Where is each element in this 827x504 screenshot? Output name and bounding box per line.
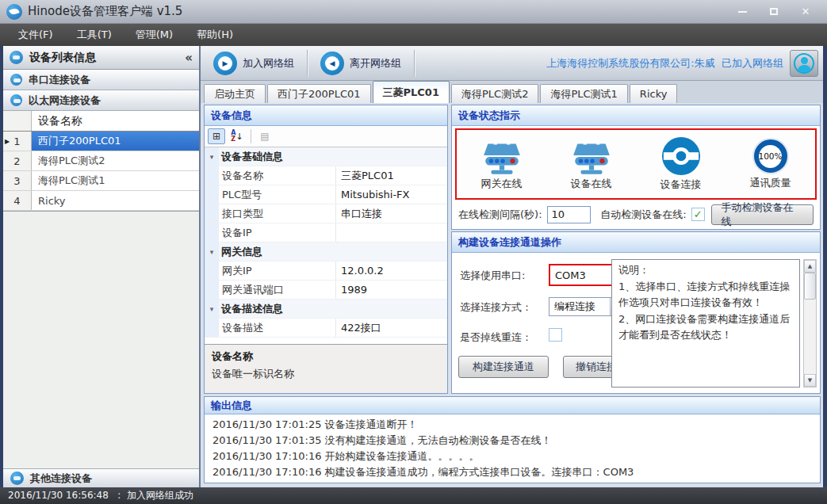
tab-home[interactable]: 启动主页 [204,84,266,103]
app-logo-icon [6,4,22,20]
online-detection-row: 在线检测间隔(秒): 10 自动检测设备在线: ✓ 手动检测设备在线 [452,200,820,229]
categorized-view-button[interactable]: ⊞ [208,128,225,144]
menubar: 文件(F) 工具(T) 管理(M) 帮助(H) [0,24,827,46]
toolbar-separator [251,129,251,143]
auto-detect-label: 自动检测设备在线: [600,208,686,222]
comm-quality-donut-icon: 100% [752,138,789,174]
sidebar-title: 设备列表信息 [29,51,96,65]
build-channel-body: 选择使用串口: COM3 ▼ 选择连接方式： 编程连接 ▼ 是否掉线重连： 构建… [452,253,820,394]
property-row[interactable]: 网关IP 12.0.0.2 [205,262,447,281]
property-pages-button: ▤ [256,128,274,144]
log-line: 2016/11/30 17:10:16 开始构建设备连接通道。。。。。 [212,449,812,464]
table-row[interactable]: ▶1 西门子200PLC01 [3,132,199,151]
property-grid-toolbar: ⊞ AZ↓ ▤ [205,126,447,147]
property-category[interactable]: ▾ 网关信息 [205,242,447,262]
manual-detect-button[interactable]: 手动检测设备在线 [711,204,814,225]
property-description-box: 设备名称 设备唯一标识名称 [205,344,447,393]
property-description-text: 设备唯一标识名称 [212,367,440,381]
tab-mitsubishi-plc01[interactable]: 三菱PLC01 [373,81,450,103]
scroll-down-icon[interactable]: ▼ [804,374,816,387]
instructions-line: 说明： [618,262,793,279]
tab-siemens200plc01[interactable]: 西门子200PLC01 [267,84,371,103]
tabbar: 启动主页 西门子200PLC01 三菱PLC01 海得PLC测试2 海得PLC测… [201,81,823,103]
log-line: 2016/11/30 17:01:35 没有构建连接通道，无法自动检测设备是否在… [212,433,812,449]
menu-file[interactable]: 文件(F) [8,25,63,45]
property-row[interactable]: 设备IP [205,223,447,242]
device-info-panel: 设备信息 ⊞ AZ↓ ▤ ▾ 设备基础信息 [204,105,448,394]
comm-quality-value: 100% [759,145,782,168]
main-area: ▶ 加入网络组 ◀ 离开网络组 上海海得控制系统股份有限公司:朱威 已加入网络组… [201,46,823,487]
sidebar-section-ethernet[interactable]: 以太网连接设备 [3,90,199,111]
property-description-title: 设备名称 [212,349,440,364]
ethernet-device-icon [10,94,22,106]
auto-detect-checkbox[interactable]: ✓ [691,208,705,221]
maximize-button[interactable] [764,5,784,19]
interval-label: 在线检测间隔(秒): [458,208,542,222]
property-grid: ▾ 设备基础信息 设备名称 三菱PLC01 PLC型号 Mitsubishi-F… [205,147,447,344]
device-online-icon [570,137,613,175]
person-icon [794,53,814,74]
log-line: 2016/11/30 17:01:25 设备连接通道断开！ [212,417,812,433]
property-row[interactable]: 设备描述 422接口 [205,319,447,338]
close-button[interactable]: ✕ [795,5,816,19]
user-status-text: 上海海得控制系统股份有限公司:朱威 已加入网络组 [546,56,783,71]
join-network-button[interactable]: ▶ 加入网络组 [205,48,302,78]
device-status-panel-header: 设备状态指示 [452,105,820,126]
tab-hite-plc-test1[interactable]: 海得PLC测试1 [540,84,627,103]
table-row[interactable]: 4 Ricky [3,191,199,211]
serial-port-label: 选择使用串口: [460,269,525,283]
sidebar-section-serial[interactable]: 串口连接设备 [3,70,199,90]
menu-tools[interactable]: 工具(T) [67,25,122,45]
output-panel: 输出信息 2016/11/30 17:01:25 设备连接通道断开！ 2016/… [204,396,821,483]
collapse-arrow-icon[interactable]: ▾ [205,300,219,318]
maximize-icon [770,8,778,15]
tab-ricky[interactable]: Ricky [630,84,678,103]
device-online-indicator: 设备在线 [550,137,633,191]
menu-help[interactable]: 帮助(H) [186,25,243,45]
serial-device-icon [10,74,22,86]
reconnect-checkbox[interactable] [549,328,562,342]
tab-content: 设备信息 ⊞ AZ↓ ▤ ▾ 设备基础信息 [201,103,823,487]
collapse-sidebar-button[interactable]: « [185,51,193,65]
window-title: Hinode设备管理客户端 v1.5 [28,4,182,19]
instructions-line: 2、网口连接设备需要构建连接通道后才能看到是否在线状态！ [618,311,793,344]
scrollbar-thumb[interactable] [804,273,816,300]
collapse-arrow-icon[interactable]: ▾ [205,147,219,166]
menu-manage[interactable]: 管理(M) [125,25,183,45]
device-info-panel-header: 设备信息 [205,105,447,126]
build-channel-button[interactable]: 构建连接通道 [458,356,549,378]
device-list-icon [10,51,23,64]
property-row[interactable]: 接口类型 串口连接 [205,204,447,223]
property-row[interactable]: PLC型号 Mitsubishi-FX [205,185,447,204]
instructions-scrollbar[interactable]: ▲ ▼ [803,259,817,388]
statusbar: 2016/11/30 16:56:48 : 加入网络组成功 [0,487,827,504]
sidebar-section-other[interactable]: 其他连接设备 [3,468,199,487]
interval-input[interactable]: 10 [547,206,592,223]
property-category[interactable]: ▾ 设备基础信息 [205,147,447,166]
user-avatar[interactable] [790,50,818,77]
toolbar-separator [414,50,415,77]
output-log: 2016/11/30 17:01:25 设备连接通道断开！ 2016/11/30… [205,414,820,483]
device-status-panel: 设备状态指示 网关在线 [451,105,821,230]
leave-network-icon: ◀ [320,52,344,75]
output-panel-header: 输出信息 [205,397,820,414]
alphabetical-sort-button[interactable]: AZ↓ [228,128,246,144]
property-category[interactable]: ▾ 设备描述信息 [205,300,447,319]
gateway-online-indicator: 网关在线 [461,137,543,191]
other-device-icon [10,472,24,485]
table-row[interactable]: 3 海得PLC测试1 [3,171,199,191]
device-table-header: 设备名称 [3,111,199,132]
build-channel-panel: 构建设备连接通道操作 选择使用串口: COM3 ▼ 选择连接方式： 编程连接 ▼… [451,231,821,394]
tab-hite-plc-test2[interactable]: 海得PLC测试2 [451,84,538,103]
comm-quality-indicator: 100% 通讯质量 [729,138,812,190]
property-row[interactable]: 网关通讯端口 1989 [205,281,447,300]
log-line: 2016/11/30 17:10:16 构建设备连接通道成功，编程方式连接串口设… [212,464,812,480]
minimize-button[interactable] [732,5,752,19]
leave-network-button[interactable]: ◀ 离开网络组 [312,48,409,78]
scroll-up-icon[interactable]: ▲ [804,260,816,273]
property-row[interactable]: 设备名称 三菱PLC01 [205,166,447,185]
collapse-arrow-icon[interactable]: ▾ [205,242,219,261]
join-network-icon: ▶ [213,52,237,75]
table-row[interactable]: 2 海得PLC测试2 [3,151,199,171]
titlebar: Hinode设备管理客户端 v1.5 ✕ [0,0,827,24]
